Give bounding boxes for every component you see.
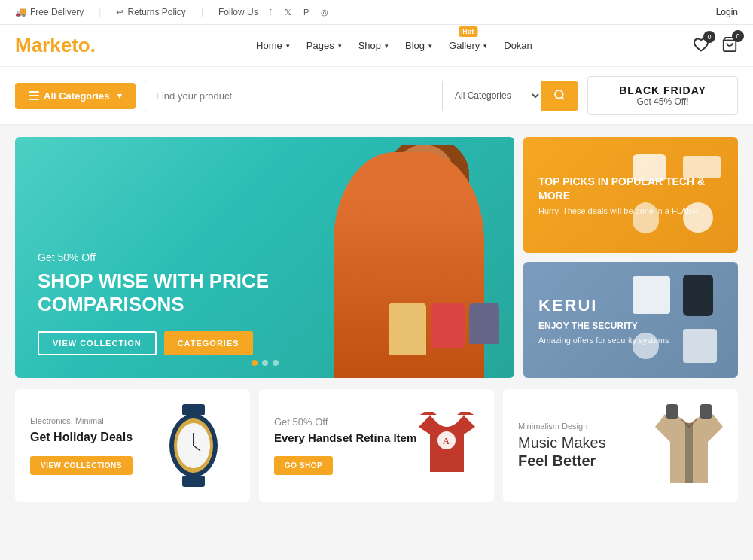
truck-icon: 🚚 — [15, 7, 26, 17]
tech-banner-subtitle: Hurry, These deals will be gone in a FLA… — [538, 206, 723, 215]
nav-dokan[interactable]: Dokan — [504, 40, 532, 51]
search-input[interactable] — [145, 81, 442, 111]
hero-discount-label: Get 50% Off — [38, 251, 269, 263]
svg-rect-18 — [700, 404, 712, 419]
facebook-icon[interactable]: f — [264, 6, 276, 18]
cart-count: 0 — [732, 30, 744, 42]
go-shop-button[interactable]: GO SHOP — [274, 456, 333, 475]
all-categories-label: All Categories — [44, 90, 109, 102]
holiday-card-title: Get Holiday Deals — [30, 430, 160, 446]
categories-button[interactable]: CATEGORIES — [164, 331, 253, 355]
handset-card-title: Every Handset Retina Item — [274, 431, 419, 446]
logo-text: Marketo — [15, 34, 90, 56]
chevron-down-icon: ▾ — [117, 91, 122, 101]
top-bar: 🚚 Free Delivery | ↩ Returns Policy | Fol… — [0, 0, 753, 25]
top-bar-right: Login — [716, 7, 738, 17]
music-card-label: Minimalism Design — [518, 422, 655, 431]
tech-banner-title: TOP PICKS IN POPULAR TECH & MORE — [538, 175, 723, 202]
security-device4 — [683, 329, 717, 363]
header: Marketo. Home Pages Shop Blog Hot Galler… — [0, 25, 753, 67]
top-bar-left: 🚚 Free Delivery | ↩ Returns Policy | Fol… — [15, 6, 331, 18]
hero-content: Get 50% Off SHOP WISE WITH PRICE COMPARI… — [15, 229, 291, 378]
security-banner[interactable]: KERUI ENJOY THE SECURITY Amazing offers … — [523, 262, 738, 378]
black-friday-banner[interactable]: BLACK FRIDAY Get 45% Off! — [587, 76, 738, 115]
music-card: Minimalism Design Music Makes Feel Bette… — [503, 389, 738, 502]
logo[interactable]: Marketo. — [15, 34, 96, 57]
security-device2 — [683, 275, 713, 316]
divider1: | — [99, 7, 101, 17]
view-collection-button[interactable]: VIEW COLLECTION — [38, 331, 157, 355]
holiday-card-text: Electronics, Minimal Get Holiday Deals V… — [30, 416, 160, 475]
instagram-icon[interactable]: ◎ — [319, 6, 331, 18]
nav-home[interactable]: Home — [256, 40, 290, 51]
main-nav: Home Pages Shop Blog Hot Gallery Dokan — [256, 40, 532, 51]
hero-title: SHOP WISE WITH PRICE COMPARISONS — [38, 269, 269, 316]
svg-rect-7 — [182, 476, 205, 487]
wishlist-count: 0 — [703, 31, 715, 43]
security-banner-text: KERUI ENJOY THE SECURITY Amazing offers … — [538, 295, 669, 345]
svg-line-5 — [562, 97, 564, 99]
kerui-brand: KERUI — [538, 295, 669, 317]
cart-icon[interactable]: 0 — [721, 36, 738, 56]
svg-rect-6 — [182, 404, 205, 415]
side-banners: TOP PICKS IN POPULAR TECH & MORE Hurry, … — [523, 137, 738, 378]
header-icons: 0 0 — [693, 36, 738, 56]
returns-policy-label: Returns Policy — [127, 7, 185, 17]
divider2: | — [201, 7, 203, 17]
hot-badge: Hot — [459, 26, 477, 37]
search-section: All Categories ▾ All Categories Electron… — [0, 67, 753, 126]
bottom-cards: Electronics, Minimal Get Holiday Deals V… — [15, 389, 738, 502]
nav-gallery[interactable]: Hot Gallery — [449, 40, 487, 51]
all-categories-button[interactable]: All Categories ▾ — [15, 83, 136, 109]
svg-rect-2 — [29, 95, 39, 96]
security-banner-subtitle: Amazing offers for security systems — [538, 336, 669, 345]
category-select[interactable]: All Categories Electronics Fashion Home … — [442, 81, 541, 111]
handset-sale-label: Get 50% Off — [274, 416, 419, 428]
pinterest-icon[interactable]: P — [300, 6, 312, 18]
shirt-image: A — [419, 404, 479, 487]
follow-us-section: Follow Us f 𝕏 P ◎ — [218, 6, 331, 18]
handset-card-text: Get 50% Off Every Handset Retina Item GO… — [274, 416, 419, 475]
returns-policy-item: ↩ Returns Policy — [116, 7, 185, 17]
view-collections-button[interactable]: VIEW COLLECTIONS — [30, 456, 133, 475]
free-delivery-item: 🚚 Free Delivery — [15, 7, 84, 17]
svg-text:A: A — [443, 436, 450, 446]
bag3 — [469, 303, 499, 344]
watch-image — [160, 404, 235, 487]
music-card-title: Music Makes Feel Better — [518, 434, 655, 470]
bag1 — [389, 303, 426, 355]
security-banner-title: ENJOY THE SECURITY — [538, 321, 669, 333]
twitter-icon[interactable]: 𝕏 — [282, 6, 294, 18]
black-friday-title: BLACK FRIDAY — [603, 84, 722, 96]
svg-rect-3 — [29, 99, 39, 100]
hero-buttons: VIEW COLLECTION CATEGORIES — [38, 331, 269, 355]
bag2 — [431, 303, 465, 348]
follow-us-label: Follow Us — [218, 7, 258, 17]
nav-blog[interactable]: Blog — [405, 40, 432, 51]
returns-icon: ↩ — [116, 7, 123, 17]
black-friday-subtitle: Get 45% Off! — [603, 96, 722, 107]
jacket-image — [655, 404, 723, 487]
free-delivery-label: Free Delivery — [30, 7, 84, 17]
nav-shop[interactable]: Shop — [358, 40, 389, 51]
hero-woman-image — [288, 145, 499, 378]
svg-rect-1 — [29, 91, 39, 93]
holiday-card-category: Electronics, Minimal — [30, 416, 160, 425]
login-link[interactable]: Login — [716, 7, 738, 17]
hero-section: Get 50% Off SHOP WISE WITH PRICE COMPARI… — [15, 137, 738, 378]
music-card-text: Minimalism Design Music Makes Feel Bette… — [518, 422, 655, 470]
svg-rect-16 — [685, 423, 693, 483]
main-content: Get 50% Off SHOP WISE WITH PRICE COMPARI… — [0, 126, 753, 513]
watch-svg — [160, 404, 227, 487]
search-button[interactable] — [541, 81, 578, 111]
tech-banner[interactable]: TOP PICKS IN POPULAR TECH & MORE Hurry, … — [523, 137, 738, 253]
shopping-bags — [389, 303, 499, 355]
search-form: All Categories Electronics Fashion Home … — [145, 81, 578, 111]
logo-dot: . — [90, 34, 96, 56]
wishlist-icon[interactable]: 0 — [693, 37, 709, 55]
shirt-svg: A — [419, 404, 475, 476]
svg-rect-17 — [666, 404, 678, 419]
tech-banner-text: TOP PICKS IN POPULAR TECH & MORE Hurry, … — [538, 175, 723, 215]
holiday-deals-card: Electronics, Minimal Get Holiday Deals V… — [15, 389, 250, 502]
nav-pages[interactable]: Pages — [306, 40, 342, 51]
